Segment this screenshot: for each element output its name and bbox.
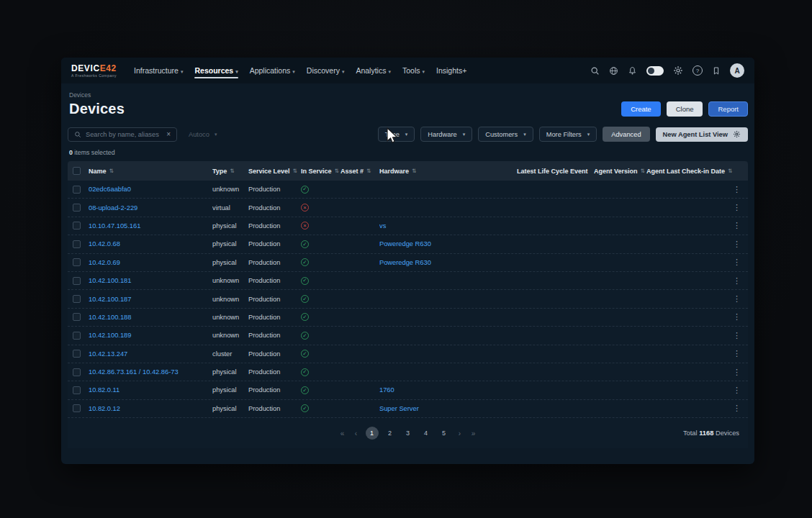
row-checkbox[interactable]	[73, 258, 81, 266]
pagination-next[interactable]: ›	[456, 430, 464, 437]
breadcrumb[interactable]: Devices	[68, 91, 748, 99]
nav-item-resources[interactable]: Resources▾	[189, 58, 243, 83]
filter-dropdown-type[interactable]: Type▾	[378, 127, 415, 142]
row-actions-kebab[interactable]: ⋮	[731, 276, 742, 286]
nav-item-applications[interactable]: Applications▾	[244, 58, 301, 83]
pagination-page-2[interactable]: 2	[384, 427, 397, 440]
row-checkbox[interactable]	[73, 222, 81, 230]
user-avatar[interactable]: A	[730, 63, 744, 78]
column-header-agent-version[interactable]: Agent Version⇅	[594, 168, 646, 175]
bookmark-icon[interactable]	[712, 66, 721, 76]
sort-icon[interactable]: ⇅	[641, 168, 645, 174]
sort-icon[interactable]: ⇅	[335, 168, 339, 174]
pagination-page-4[interactable]: 4	[420, 427, 433, 440]
create-button[interactable]: Create	[621, 101, 661, 117]
help-icon[interactable]: ?	[693, 65, 703, 76]
sort-icon[interactable]: ⇅	[366, 168, 371, 174]
row-actions-kebab[interactable]: ⋮	[731, 185, 742, 194]
pagination-prev[interactable]: ‹	[352, 430, 361, 437]
hardware-link[interactable]: vs	[379, 222, 386, 230]
search-icon[interactable]	[590, 66, 600, 76]
column-header-agent-last-check-in-date[interactable]: Agent Last Check-in Date⇅	[646, 168, 733, 175]
sort-icon[interactable]: ⇅	[728, 168, 732, 174]
device-name-link[interactable]: 10.42.100.189	[89, 332, 131, 339]
pagination-page-5[interactable]: 5	[438, 427, 451, 440]
hardware-link[interactable]: 1760	[379, 386, 394, 394]
nav-item-insights[interactable]: Insights+	[430, 58, 472, 83]
device-name-link[interactable]: 10.42.86.73.161 / 10.42.86-73	[89, 368, 179, 376]
row-actions-kebab[interactable]: ⋮	[731, 240, 742, 249]
row-actions-kebab[interactable]: ⋮	[731, 386, 742, 395]
row-checkbox[interactable]	[73, 277, 81, 285]
column-header-in-service[interactable]: In Service⇅	[301, 168, 340, 175]
advanced-button[interactable]: Advanced	[603, 127, 649, 142]
hardware-link[interactable]: Super Server	[379, 405, 419, 412]
row-checkbox[interactable]	[73, 295, 81, 303]
column-header-service-level[interactable]: Service Level⇅	[248, 168, 301, 175]
row-checkbox[interactable]	[73, 313, 81, 321]
column-header-hardware[interactable]: Hardware⇅	[379, 168, 517, 175]
clear-search-icon[interactable]: ×	[166, 131, 171, 138]
clone-button[interactable]: Clone	[667, 101, 703, 117]
pagination-last[interactable]: »	[469, 430, 478, 437]
row-checkbox[interactable]	[73, 350, 81, 358]
sort-icon[interactable]: ⇅	[230, 168, 234, 174]
device-name-link[interactable]: 10.82.0.12	[89, 405, 120, 412]
column-header-asset[interactable]: Asset #⇅	[340, 168, 379, 175]
device-name-link[interactable]: 10.10.47.105.161	[89, 222, 140, 230]
pagination-page-1[interactable]: 1	[366, 427, 379, 440]
select-all-checkbox[interactable]	[73, 167, 81, 175]
row-checkbox[interactable]	[73, 204, 81, 212]
device42-logo[interactable]: DEVICE42 A Freshworks Company	[71, 64, 117, 78]
globe-icon[interactable]	[609, 66, 618, 76]
device-name-link[interactable]: 10.82.0.11	[89, 386, 119, 394]
row-actions-kebab[interactable]: ⋮	[731, 294, 742, 304]
new-agent-list-view-button[interactable]: New Agent List View	[656, 127, 748, 142]
bell-icon[interactable]	[628, 66, 637, 76]
theme-toggle[interactable]	[646, 66, 664, 76]
nav-item-tools[interactable]: Tools▾	[397, 58, 430, 83]
row-actions-kebab[interactable]: ⋮	[731, 258, 742, 267]
row-actions-kebab[interactable]: ⋮	[731, 331, 742, 340]
row-actions-kebab[interactable]: ⋮	[731, 349, 742, 358]
sort-icon[interactable]: ⇅	[412, 168, 416, 174]
secondary-filter-dropdown[interactable]: Autoco ▾	[189, 131, 217, 138]
device-name-link[interactable]: 02edc6aabfa0	[89, 186, 131, 193]
row-checkbox[interactable]	[73, 332, 81, 340]
column-header-type[interactable]: Type⇅	[212, 168, 248, 175]
row-checkbox[interactable]	[73, 240, 81, 248]
row-actions-kebab[interactable]: ⋮	[731, 312, 742, 322]
device-name-link[interactable]: 10.42.0.68	[89, 240, 120, 247]
row-checkbox[interactable]	[73, 404, 81, 412]
gear-icon[interactable]	[673, 65, 683, 76]
filter-dropdown-more-filters[interactable]: More Filters▾	[539, 127, 597, 142]
nav-item-discovery[interactable]: Discovery▾	[301, 58, 351, 83]
sort-icon[interactable]: ⇅	[293, 168, 297, 174]
device-name-link[interactable]: 08-upload-2-229	[89, 204, 137, 212]
pagination-first[interactable]: «	[338, 430, 347, 437]
hardware-link[interactable]: Poweredge R630	[379, 240, 431, 247]
device-name-link[interactable]: 10.42.0.69	[89, 259, 120, 266]
device-name-link[interactable]: 10.42.100.188	[89, 314, 131, 321]
row-checkbox[interactable]	[73, 386, 81, 394]
device-name-link[interactable]: 10.42.100.187	[89, 296, 131, 303]
sort-icon[interactable]: ⇅	[109, 168, 114, 174]
hardware-link[interactable]: Poweredge R630	[379, 259, 431, 266]
row-actions-kebab[interactable]: ⋮	[731, 203, 742, 212]
device-name-link[interactable]: 10.42.13.247	[89, 350, 127, 358]
row-actions-kebab[interactable]: ⋮	[731, 221, 742, 230]
row-actions-kebab[interactable]: ⋮	[731, 404, 742, 413]
row-actions-kebab[interactable]: ⋮	[731, 368, 742, 377]
column-header-latest-life-cycle-event[interactable]: Latest Life Cycle Event	[517, 168, 594, 175]
search-box[interactable]: ×	[68, 127, 177, 142]
filter-dropdown-hardware[interactable]: Hardware▾	[420, 127, 472, 142]
pagination-page-3[interactable]: 3	[402, 427, 415, 440]
nav-item-infrastructure[interactable]: Infrastructure▾	[128, 58, 189, 83]
column-header-name[interactable]: Name⇅	[89, 168, 212, 175]
search-input[interactable]	[86, 131, 162, 138]
filter-dropdown-customers[interactable]: Customers▾	[478, 127, 533, 142]
report-button[interactable]: Report	[708, 101, 748, 117]
row-checkbox[interactable]	[73, 368, 81, 376]
nav-item-analytics[interactable]: Analytics▾	[350, 58, 397, 83]
row-checkbox[interactable]	[73, 186, 81, 194]
